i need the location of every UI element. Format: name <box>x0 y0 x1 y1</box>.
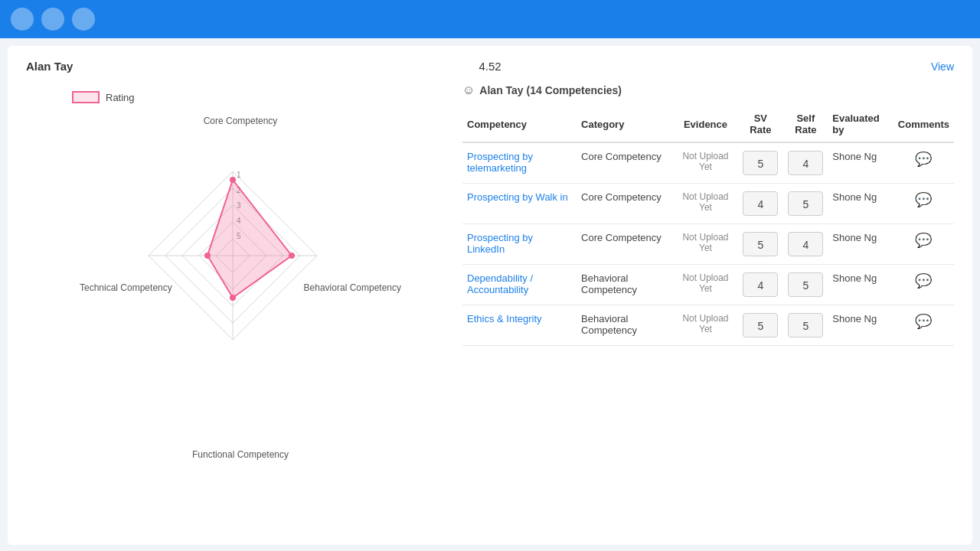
table-row: Dependability / Accountability Behaviora… <box>462 265 954 305</box>
radar-label-top: Core Competency <box>204 116 278 126</box>
self-rate-cell: 5 <box>783 305 828 346</box>
col-header-selfrate: SelfRate <box>783 106 828 142</box>
comment-cell: 💬 <box>893 305 954 346</box>
card-body: Rating Core Competency Functional Compet… <box>26 83 954 537</box>
evidence-cell: Not Upload Yet <box>674 142 738 184</box>
col-header-category: Category <box>577 106 674 142</box>
card-header: Alan Tay 4.52 View <box>26 60 954 73</box>
sv-rate-box[interactable]: 4 <box>743 191 778 216</box>
competency-table: Competency Category Evidence SV Rate Sel… <box>462 106 954 346</box>
legend-box <box>72 91 100 103</box>
evaluated-by-cell: Shone Ng <box>828 224 893 265</box>
svg-point-15 <box>230 295 236 301</box>
person-icon: ☺ <box>462 83 475 97</box>
section-title-text: Alan Tay (14 Competencies) <box>479 84 622 96</box>
sv-rate-cell: 5 <box>737 224 783 265</box>
comment-icon[interactable]: 💬 <box>915 273 932 289</box>
col-header-evidence: Evidence <box>674 106 738 142</box>
legend: Rating <box>72 91 135 103</box>
competency-name[interactable]: Dependability / Accountability <box>467 272 533 295</box>
evaluator-name: Shone Ng <box>832 151 877 162</box>
sv-rate-box[interactable]: 5 <box>743 232 778 256</box>
view-link[interactable]: View <box>645 60 954 73</box>
window-btn-3[interactable] <box>72 8 95 31</box>
evidence-value: Not Upload Yet <box>678 191 733 213</box>
evaluated-by-cell: Shone Ng <box>828 265 893 305</box>
table-row: Prospecting by LinkedIn Core Competency … <box>462 224 954 265</box>
category-text: Core Competency <box>581 232 662 243</box>
self-rate-cell: 4 <box>783 142 828 184</box>
evidence-cell: Not Upload Yet <box>674 224 738 265</box>
self-rate-box[interactable]: 5 <box>788 272 823 297</box>
self-rate-cell: 5 <box>783 265 828 305</box>
person-name: Alan Tay <box>26 60 335 73</box>
comment-icon[interactable]: 💬 <box>915 233 932 248</box>
evaluator-name: Shone Ng <box>832 232 877 243</box>
radar-label-bottom: Functional Competency <box>192 449 289 460</box>
table-row: Prospecting by telemarketing Core Compet… <box>462 142 954 184</box>
col-header-svrate: SV Rate <box>737 106 783 142</box>
comment-cell: 💬 <box>893 265 954 305</box>
competency-name[interactable]: Prospecting by Walk in <box>467 191 568 203</box>
sv-rate-cell: 4 <box>737 265 783 305</box>
sv-rate-cell: 4 <box>737 184 783 224</box>
competency-cell: Prospecting by telemarketing <box>462 142 577 184</box>
self-rate-cell: 5 <box>783 184 828 224</box>
legend-label: Rating <box>106 92 135 103</box>
evidence-cell: Not Upload Yet <box>674 184 738 224</box>
sv-rate-cell: 5 <box>737 142 783 184</box>
col-header-evaluatedby: Evaluated by <box>828 106 893 142</box>
self-rate-box[interactable]: 4 <box>788 151 823 175</box>
col-header-competency: Competency <box>462 106 577 142</box>
evaluated-by-cell: Shone Ng <box>828 142 893 184</box>
evidence-cell: Not Upload Yet <box>674 265 738 305</box>
comment-icon[interactable]: 💬 <box>915 314 932 329</box>
radar-chart: 5 4 3 2 1 <box>118 137 348 374</box>
sv-rate-box[interactable]: 4 <box>743 272 778 297</box>
right-panel: ☺ Alan Tay (14 Competencies) Competency … <box>455 83 954 537</box>
competency-cell: Prospecting by LinkedIn <box>462 224 577 265</box>
comment-icon[interactable]: 💬 <box>915 152 932 167</box>
radar-container: Core Competency Functional Competency Te… <box>80 116 401 460</box>
category-cell: Core Competency <box>577 224 674 265</box>
sv-rate-box[interactable]: 5 <box>743 151 778 175</box>
category-cell: Core Competency <box>577 184 674 224</box>
competency-cell: Prospecting by Walk in <box>462 184 577 224</box>
category-text: Behavioral Competency <box>581 313 637 336</box>
self-rate-box[interactable]: 5 <box>788 191 823 216</box>
score-value: 4.52 <box>335 60 645 73</box>
evaluator-name: Shone Ng <box>832 272 877 284</box>
svg-point-14 <box>289 253 295 259</box>
svg-text:1: 1 <box>237 171 241 179</box>
evaluated-by-cell: Shone Ng <box>828 305 893 346</box>
sv-rate-box[interactable]: 5 <box>743 313 778 337</box>
category-text: Behavioral Competency <box>581 272 637 295</box>
svg-marker-12 <box>207 180 292 298</box>
category-cell: Behavioral Competency <box>577 265 674 305</box>
evidence-value: Not Upload Yet <box>678 151 733 172</box>
self-rate-box[interactable]: 4 <box>788 232 823 256</box>
self-rate-box[interactable]: 5 <box>788 313 823 337</box>
left-panel: Rating Core Competency Functional Compet… <box>26 83 455 537</box>
evaluator-name: Shone Ng <box>832 313 877 324</box>
competency-name[interactable]: Prospecting by LinkedIn <box>467 232 533 255</box>
comment-cell: 💬 <box>893 142 954 184</box>
window-btn-2[interactable] <box>41 8 64 31</box>
competency-cell: Ethics & Integrity <box>462 305 577 346</box>
competency-cell: Dependability / Accountability <box>462 265 577 305</box>
table-row: Ethics & Integrity Behavioral Competency… <box>462 305 954 346</box>
col-header-comments: Comments <box>893 106 954 142</box>
evaluator-name: Shone Ng <box>832 191 877 203</box>
category-text: Core Competency <box>581 191 662 203</box>
table-row: Prospecting by Walk in Core Competency N… <box>462 184 954 224</box>
sv-rate-cell: 5 <box>737 305 783 346</box>
category-cell: Behavioral Competency <box>577 305 674 346</box>
evaluated-by-cell: Shone Ng <box>828 184 893 224</box>
competency-name[interactable]: Prospecting by telemarketing <box>467 151 533 174</box>
evidence-value: Not Upload Yet <box>678 272 733 294</box>
comment-cell: 💬 <box>893 184 954 224</box>
competency-name[interactable]: Ethics & Integrity <box>467 313 542 324</box>
window-btn-1[interactable] <box>11 8 34 31</box>
comment-icon[interactable]: 💬 <box>915 192 932 207</box>
svg-point-16 <box>204 253 211 259</box>
